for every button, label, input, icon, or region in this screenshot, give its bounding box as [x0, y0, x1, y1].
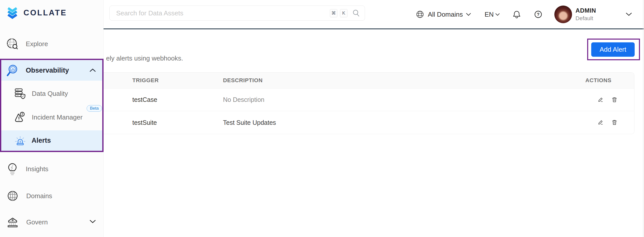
user-menu-chevron-icon[interactable]	[626, 13, 632, 16]
alert-trigger-link[interactable]: testCase	[132, 96, 157, 103]
k-key-hint: K	[340, 9, 348, 17]
user-name: ADMIN	[576, 7, 596, 14]
sidebar-item-label: Explore	[26, 40, 48, 48]
brand-name: COLLATE	[23, 8, 67, 17]
sidebar-item-data-quality[interactable]: Data Quality	[0, 83, 104, 104]
sidebar-item-label: Govern	[26, 218, 48, 226]
delete-alert-button[interactable]	[611, 96, 618, 103]
top-header: ⌘ K All Domains EN	[104, 0, 644, 29]
help-icon[interactable]: ?	[534, 10, 543, 19]
user-role: Default	[576, 15, 596, 22]
observability-magnifier-chart-icon	[6, 64, 19, 77]
collate-logo-icon	[5, 6, 19, 20]
table-header-row: TRIGGER DESCRIPTION ACTIONS	[104, 73, 634, 88]
cmd-key-hint: ⌘	[330, 9, 337, 17]
edit-pencil-icon	[597, 96, 604, 103]
domain-selector[interactable]: All Domains	[428, 11, 463, 18]
incident-manager-warning-icon	[14, 111, 26, 124]
govern-bank-icon	[6, 216, 19, 228]
trash-icon	[611, 119, 618, 126]
insights-bulb-icon	[6, 162, 19, 176]
alert-description: Test Suite Updates	[223, 119, 276, 126]
domains-globe-icon	[6, 189, 19, 202]
explore-globe-search-icon	[6, 37, 19, 51]
table-row: testSuite Test Suite Updates	[104, 111, 634, 134]
sidebar-item-label: Insights	[26, 165, 48, 173]
delete-alert-button[interactable]	[611, 119, 618, 126]
chevron-down-icon[interactable]	[495, 13, 500, 16]
sidebar-item-explore[interactable]: Explore	[0, 34, 104, 54]
search-icon[interactable]	[352, 9, 360, 17]
chevron-down-icon[interactable]	[466, 13, 471, 16]
table-row: testCase No Description	[104, 88, 634, 111]
sidebar-item-govern[interactable]: Govern	[0, 212, 104, 232]
chevron-down-icon[interactable]	[90, 220, 96, 224]
edit-alert-button[interactable]	[597, 119, 604, 126]
edit-pencil-icon	[597, 119, 604, 126]
notifications-bell-icon[interactable]	[512, 10, 522, 19]
sidebar: COLLATE Explore	[0, 0, 104, 237]
header-divider	[104, 28, 644, 29]
user-avatar[interactable]	[554, 6, 572, 23]
chevron-up-icon[interactable]	[90, 68, 96, 73]
trash-icon	[611, 96, 618, 103]
column-header-trigger: TRIGGER	[104, 77, 223, 84]
language-selector[interactable]: EN	[485, 11, 494, 18]
alert-trigger-link[interactable]: testSuite	[132, 119, 157, 126]
sidebar-item-label: Data Quality	[32, 90, 68, 98]
beta-badge: Beta	[87, 105, 102, 112]
sidebar-item-domains[interactable]: Domains	[0, 186, 104, 206]
column-header-description: DESCRIPTION	[223, 77, 563, 84]
globe-icon	[416, 10, 424, 19]
svg-text:?: ?	[537, 12, 539, 17]
sidebar-item-label: Observability	[26, 67, 69, 74]
collate-logo[interactable]: COLLATE	[5, 6, 67, 20]
page-description: ely alerts using webhooks.	[106, 54, 183, 62]
column-header-actions: ACTIONS	[563, 77, 634, 84]
scrollbar-edge	[643, 0, 643, 237]
search-input[interactable]	[116, 9, 327, 17]
sidebar-item-observability[interactable]: Observability	[0, 60, 104, 81]
sidebar-item-label: Incident Manager	[32, 113, 83, 121]
sidebar-item-label: Alerts	[32, 137, 51, 144]
sidebar-item-insights[interactable]: Insights	[0, 159, 104, 179]
data-quality-database-shield-icon	[14, 87, 26, 100]
alerts-table: TRIGGER DESCRIPTION ACTIONS testCase No …	[104, 72, 634, 134]
edit-alert-button[interactable]	[597, 96, 604, 103]
add-alert-button[interactable]: Add Alert	[591, 42, 635, 57]
sidebar-item-alerts[interactable]: Alerts	[0, 130, 104, 151]
global-search[interactable]: ⌘ K	[109, 6, 365, 21]
alerts-siren-icon	[14, 135, 26, 147]
sidebar-item-label: Domains	[26, 192, 52, 200]
alert-description: No Description	[223, 96, 264, 103]
